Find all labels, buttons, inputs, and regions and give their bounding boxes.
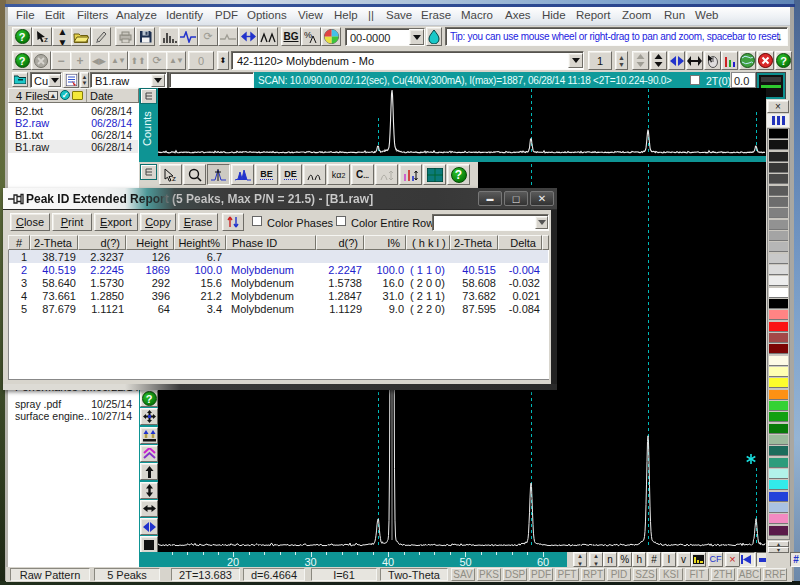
svg-text:z: z: [172, 174, 176, 182]
